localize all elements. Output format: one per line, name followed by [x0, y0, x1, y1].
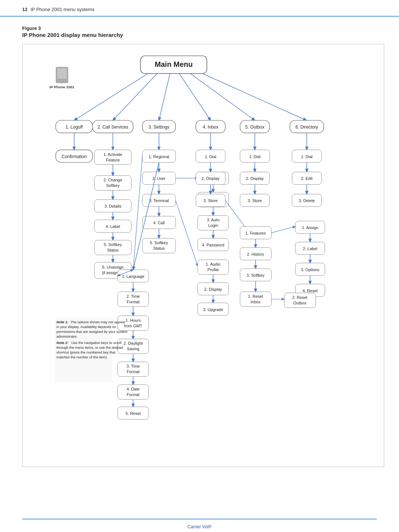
svg-text:Feature: Feature [106, 158, 120, 162]
svg-text:Login: Login [208, 223, 218, 228]
svg-text:from GMT: from GMT [124, 324, 143, 328]
svg-text:5. Outbox: 5. Outbox [245, 125, 265, 130]
svg-text:Note 1:: Note 1: [57, 320, 68, 324]
svg-text:shortcut (press the numbered k: shortcut (press the numbered key that [57, 350, 116, 354]
figure-title: IP Phone 2001 display menu hierarchy [22, 32, 384, 38]
svg-text:3. Upgrade: 3. Upgrade [203, 307, 223, 312]
svg-text:3. Terminal: 3. Terminal [149, 198, 169, 203]
figure-label: Figure 3 [22, 25, 384, 31]
svg-text:3. Delete: 3. Delete [299, 198, 315, 203]
svg-text:3. Options: 3. Options [301, 267, 320, 272]
page-footer: Carrier VoIP Nortel IP Phone 2001 User G… [22, 519, 377, 532]
footer-line1: Carrier VoIP [22, 523, 377, 531]
svg-text:2. Time: 2. Time [126, 294, 140, 299]
svg-text:3. Details: 3. Details [105, 204, 122, 208]
svg-text:Softkey: Softkey [106, 183, 120, 188]
svg-text:2. Call Services: 2. Call Services [98, 125, 128, 130]
svg-text:Status: Status [107, 248, 119, 252]
svg-text:1. Dial: 1. Dial [249, 154, 260, 159]
svg-text:Format: Format [127, 392, 140, 397]
svg-text:4. Date: 4. Date [127, 387, 140, 391]
svg-text:4. Inbox: 4. Inbox [203, 125, 219, 130]
svg-point-2 [60, 80, 64, 83]
svg-text:1. Audio: 1. Audio [206, 262, 221, 266]
svg-text:Note 2:: Note 2: [57, 341, 68, 345]
svg-text:2. Reset: 2. Reset [292, 295, 307, 300]
svg-text:2. Edit: 2. Edit [301, 176, 313, 181]
svg-text:1. Dial: 1. Dial [205, 154, 216, 159]
svg-text:4. Label: 4. Label [106, 224, 120, 229]
svg-text:administrator.: administrator. [57, 334, 78, 338]
svg-text:Format: Format [127, 300, 140, 304]
svg-text:permissions that are assigned : permissions that are assigned by your sy… [57, 330, 127, 334]
svg-line-8 [159, 74, 170, 120]
figure-section: Figure 3 IP Phone 2001 display menu hier… [0, 17, 399, 474]
svg-text:Inbox: Inbox [250, 300, 260, 304]
svg-text:5. Softkey: 5. Softkey [104, 242, 122, 247]
menu-hierarchy-diagram: IP Phone 2001 Main Menu [26, 52, 380, 458]
svg-text:3. Softkey: 3. Softkey [246, 273, 265, 277]
svg-text:5. Reset: 5. Reset [126, 411, 141, 416]
svg-text:1. Reset: 1. Reset [248, 294, 263, 299]
svg-text:1. Logoff: 1. Logoff [66, 125, 83, 130]
svg-text:IP Phone 2001: IP Phone 2001 [50, 85, 75, 89]
svg-text:matches the number of the item: matches the number of the item). [57, 355, 108, 359]
svg-text:Profile: Profile [207, 267, 219, 272]
svg-text:4. Reset: 4. Reset [303, 289, 318, 293]
svg-text:2. Label: 2. Label [303, 246, 317, 251]
svg-text:Confirmation: Confirmation [62, 154, 87, 159]
svg-text:Status: Status [153, 246, 165, 250]
svg-text:Main Menu: Main Menu [155, 60, 193, 68]
svg-text:2. Display: 2. Display [246, 176, 264, 181]
diagram-box: IP Phone 2001 Main Menu [22, 44, 384, 467]
svg-line-10 [190, 74, 255, 120]
svg-text:1. Dial: 1. Dial [301, 154, 313, 159]
svg-text:1. Language: 1. Language [122, 274, 144, 279]
svg-text:The options shown may not appe: The options shown may not appear [71, 320, 125, 324]
svg-text:Format: Format [127, 369, 140, 374]
svg-text:3. Store: 3. Store [204, 198, 218, 203]
svg-text:2. History: 2. History [247, 252, 265, 256]
svg-text:4. Password: 4. Password [202, 243, 224, 247]
svg-line-9 [179, 74, 211, 120]
svg-text:Use the navigation keys to scr: Use the navigation keys to scroll [71, 341, 122, 345]
svg-text:1. Assign: 1. Assign [302, 225, 318, 230]
svg-text:in your display. Availability : in your display. Availability depends on [57, 325, 116, 329]
svg-line-106 [175, 200, 198, 266]
svg-line-134 [272, 226, 296, 233]
svg-line-11 [202, 74, 306, 120]
svg-text:2. Display: 2. Display [204, 287, 222, 291]
svg-text:3. Auto: 3. Auto [207, 218, 219, 222]
svg-text:1. Hours: 1. Hours [126, 318, 141, 323]
svg-text:1. Activate: 1. Activate [103, 152, 122, 157]
svg-text:3. Settings: 3. Settings [149, 125, 170, 130]
svg-line-66 [133, 156, 142, 270]
svg-text:2. Change: 2. Change [103, 178, 122, 182]
svg-line-6 [74, 74, 148, 120]
svg-text:1. Regional: 1. Regional [149, 154, 170, 159]
page-title: IP Phone 2001 menu systems [30, 7, 94, 12]
svg-text:2. Display: 2. Display [202, 176, 220, 181]
svg-text:through the menu items, or use: through the menu items, or use the dialp… [57, 345, 123, 349]
svg-text:6. Unassign: 6. Unassign [102, 265, 124, 269]
svg-line-7 [113, 74, 157, 120]
svg-text:1. Features: 1. Features [245, 231, 266, 235]
svg-text:5. Softkey: 5. Softkey [150, 241, 168, 245]
page-header: 12 IP Phone 2001 menu systems [0, 0, 399, 17]
svg-text:3. Store: 3. Store [248, 198, 262, 203]
svg-text:6. Directory: 6. Directory [296, 125, 318, 130]
svg-text:2. Daylight: 2. Daylight [123, 341, 143, 345]
svg-text:3. Time: 3. Time [126, 364, 140, 368]
svg-text:Saving: Saving [127, 347, 140, 351]
svg-text:Outbox: Outbox [293, 301, 307, 305]
page-number: 12 [22, 7, 27, 12]
svg-text:4. Call: 4. Call [153, 221, 165, 225]
svg-rect-1 [57, 68, 67, 79]
